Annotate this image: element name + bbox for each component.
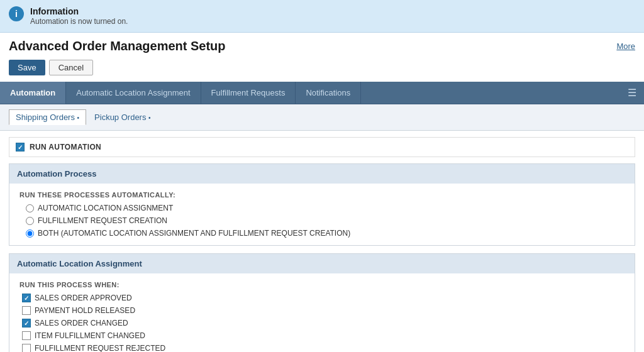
cancel-button[interactable]: Cancel <box>49 60 93 75</box>
automation-process-body: RUN THESE PROCESSES AUTOMATICALLY: AUTOM… <box>9 184 635 245</box>
radio-group: AUTOMATIC LOCATION ASSIGNMENT FULFILLMEN… <box>19 204 625 238</box>
run-process-when-label: RUN THIS PROCESS WHEN: <box>19 281 625 289</box>
radio-both-label: BOTH (AUTOMATIC LOCATION ASSIGNMENT AND … <box>38 229 350 238</box>
auto-location-section: Automatic Location Assignment RUN THIS P… <box>9 253 635 352</box>
cb-sales-approved-label: SALES ORDER APPROVED <box>35 294 132 302</box>
run-processes-label: RUN THESE PROCESSES AUTOMATICALLY: <box>19 191 625 199</box>
cb-sales-changed-input[interactable] <box>22 319 31 327</box>
cb-payment-hold-input[interactable] <box>22 306 31 315</box>
sub-tabs: Shipping Orders • Pickup Orders • <box>0 104 644 131</box>
tab-navigation: Automation Automatic Location Assignment… <box>0 82 644 104</box>
cb-fulfillment-rejected-input[interactable] <box>22 344 31 352</box>
page-header: Advanced Order Management Setup More <box>0 33 644 56</box>
tab-location[interactable]: Automatic Location Assignment <box>66 82 201 104</box>
cb-item-fulfillment-label: ITEM FULFILLMENT CHANGED <box>35 331 145 340</box>
more-link[interactable]: More <box>616 41 635 51</box>
shipping-dot: • <box>77 114 80 121</box>
run-automation-row: RUN AUTOMATION <box>9 137 635 157</box>
pickup-dot: • <box>148 114 151 121</box>
save-button[interactable]: Save <box>9 60 45 75</box>
page-title: Advanced Order Management Setup <box>9 39 226 53</box>
cb-fulfillment-rejected: FULFILLMENT REQUEST REJECTED <box>22 344 625 352</box>
tab-notifications[interactable]: Notifications <box>296 82 361 104</box>
radio-auto-location-input[interactable] <box>26 204 34 212</box>
automation-process-header: Automation Process <box>9 164 635 184</box>
run-automation-label: RUN AUTOMATION <box>30 143 101 151</box>
radio-both: BOTH (AUTOMATIC LOCATION ASSIGNMENT AND … <box>26 229 625 238</box>
radio-auto-location-label: AUTOMATIC LOCATION ASSIGNMENT <box>38 204 173 212</box>
cb-item-fulfillment: ITEM FULFILLMENT CHANGED <box>22 331 625 340</box>
radio-fulfillment-creation-input[interactable] <box>26 217 34 225</box>
content-area: RUN AUTOMATION Automation Process RUN TH… <box>0 131 644 352</box>
cb-fulfillment-rejected-label: FULFILLMENT REQUEST REJECTED <box>35 344 165 352</box>
cb-payment-hold: PAYMENT HOLD RELEASED <box>22 306 625 315</box>
info-icon: i <box>9 6 24 21</box>
sub-tab-shipping[interactable]: Shipping Orders • <box>9 109 86 125</box>
tab-automation[interactable]: Automation <box>0 82 66 104</box>
radio-fulfillment-creation: FULFILLMENT REQUEST CREATION <box>26 216 625 225</box>
radio-auto-location: AUTOMATIC LOCATION ASSIGNMENT <box>26 204 625 212</box>
cb-sales-approved-input[interactable] <box>22 294 31 302</box>
tab-fulfillment[interactable]: Fulfillment Requests <box>201 82 296 104</box>
auto-location-header: Automatic Location Assignment <box>9 254 635 273</box>
cb-sales-approved: SALES ORDER APPROVED <box>22 294 625 302</box>
cb-item-fulfillment-input[interactable] <box>22 331 31 340</box>
info-text: Information Automation is now turned on. <box>30 6 128 26</box>
info-banner: i Information Automation is now turned o… <box>0 0 644 33</box>
checkbox-group: SALES ORDER APPROVED PAYMENT HOLD RELEAS… <box>19 294 625 352</box>
auto-location-body: RUN THIS PROCESS WHEN: SALES ORDER APPRO… <box>9 273 635 352</box>
info-title: Information <box>30 6 128 16</box>
cb-sales-changed-label: SALES ORDER CHANGED <box>35 319 128 327</box>
automation-process-section: Automation Process RUN THESE PROCESSES A… <box>9 163 635 246</box>
cb-sales-changed: SALES ORDER CHANGED <box>22 319 625 327</box>
radio-fulfillment-creation-label: FULFILLMENT REQUEST CREATION <box>38 216 167 225</box>
radio-both-input[interactable] <box>26 229 34 238</box>
info-message: Automation is now turned on. <box>30 17 128 26</box>
action-bar: Save Cancel <box>0 56 644 82</box>
cb-payment-hold-label: PAYMENT HOLD RELEASED <box>35 306 135 315</box>
run-automation-checkbox[interactable] <box>16 143 25 151</box>
tab-menu-icon[interactable]: ☰ <box>620 82 644 104</box>
sub-tab-pickup[interactable]: Pickup Orders • <box>87 109 158 125</box>
